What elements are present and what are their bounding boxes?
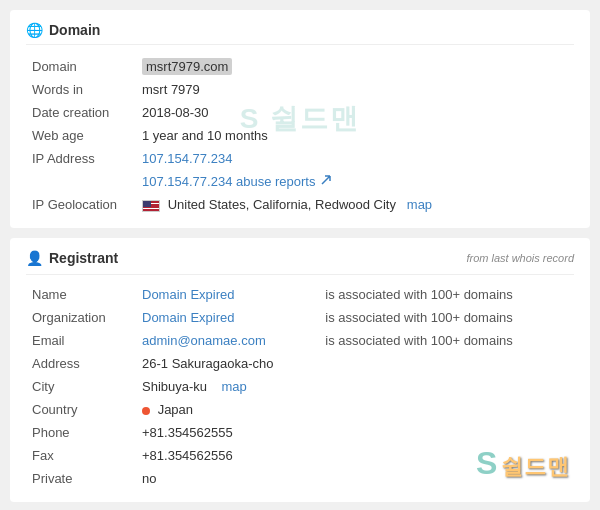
value-phone: +81.354562555 <box>136 421 319 444</box>
label-org: Organization <box>26 306 136 329</box>
value-email: admin@onamae.com <box>136 329 319 352</box>
us-flag-icon <box>142 200 160 212</box>
table-row: Private no <box>26 467 574 490</box>
geo-map-link[interactable]: map <box>407 197 432 212</box>
table-row: Phone +81.354562555 <box>26 421 574 444</box>
external-link-icon <box>321 175 331 185</box>
label-web-age: Web age <box>26 124 136 147</box>
value-web-age: 1 year and 10 months <box>136 124 574 147</box>
globe-icon: 🌐 <box>26 22 43 38</box>
value-org: Domain Expired <box>136 306 319 329</box>
domain-card: 🌐 Domain Domain msrt7979.com Words in ms… <box>10 10 590 228</box>
domain-info-table: Domain msrt7979.com Words in msrt 7979 D… <box>26 55 574 216</box>
domain-card-title: 🌐 Domain <box>26 22 574 45</box>
value-ip-geo: United States, California, Redwood City … <box>136 193 574 216</box>
label-private: Private <box>26 467 136 490</box>
table-row: City Shibuya-ku map <box>26 375 574 398</box>
city-map-link[interactable]: map <box>222 379 247 394</box>
registrant-header: 👤 Registrant from last whois record <box>26 250 574 266</box>
table-row: Email admin@onamae.com is associated wit… <box>26 329 574 352</box>
table-row: Address 26-1 Sakuragaoka-cho <box>26 352 574 375</box>
table-row: Country Japan <box>26 398 574 421</box>
label-domain: Domain <box>26 55 136 78</box>
assoc-name: is associated with 100+ domains <box>319 283 574 306</box>
assoc-email: is associated with 100+ domains <box>319 329 574 352</box>
value-words: msrt 7979 <box>136 78 574 101</box>
table-row: Name Domain Expired is associated with 1… <box>26 283 574 306</box>
person-icon: 👤 <box>26 250 43 266</box>
label-date-creation: Date creation <box>26 101 136 124</box>
table-row: Organization Domain Expired is associate… <box>26 306 574 329</box>
table-row: IP Geolocation United States, California… <box>26 193 574 216</box>
table-row: Domain msrt7979.com <box>26 55 574 78</box>
country-dot-icon <box>142 407 150 415</box>
label-country: Country <box>26 398 136 421</box>
table-row: 107.154.77.234 abuse reports <box>26 170 574 193</box>
label-city: City <box>26 375 136 398</box>
label-words: Words in <box>26 78 136 101</box>
registrant-info-table: Name Domain Expired is associated with 1… <box>26 283 574 490</box>
ip-address-link[interactable]: 107.154.77.234 <box>142 151 232 166</box>
value-abuse: 107.154.77.234 abuse reports <box>136 170 574 193</box>
label-address: Address <box>26 352 136 375</box>
label-name: Name <box>26 283 136 306</box>
assoc-org: is associated with 100+ domains <box>319 306 574 329</box>
table-row: Words in msrt 7979 <box>26 78 574 101</box>
label-email: Email <box>26 329 136 352</box>
value-fax: +81.354562556 <box>136 444 319 467</box>
registrant-card: 👤 Registrant from last whois record Name… <box>10 238 590 502</box>
label-empty <box>26 170 136 193</box>
value-private: no <box>136 467 319 490</box>
from-last-whois: from last whois record <box>466 252 574 264</box>
registrant-card-title: 👤 Registrant <box>26 250 118 266</box>
value-domain: msrt7979.com <box>136 55 574 78</box>
table-row: Date creation 2018-08-30 <box>26 101 574 124</box>
name-link[interactable]: Domain Expired <box>142 287 235 302</box>
value-ip-address: 107.154.77.234 <box>136 147 574 170</box>
value-country: Japan <box>136 398 319 421</box>
email-link[interactable]: admin@onamae.com <box>142 333 266 348</box>
org-link[interactable]: Domain Expired <box>142 310 235 325</box>
label-ip-geo: IP Geolocation <box>26 193 136 216</box>
table-row: Web age 1 year and 10 months <box>26 124 574 147</box>
label-fax: Fax <box>26 444 136 467</box>
label-phone: Phone <box>26 421 136 444</box>
value-name: Domain Expired <box>136 283 319 306</box>
table-row: IP Address 107.154.77.234 <box>26 147 574 170</box>
value-date-creation: 2018-08-30 <box>136 101 574 124</box>
label-ip-address: IP Address <box>26 147 136 170</box>
table-row: Fax +81.354562556 <box>26 444 574 467</box>
value-city: Shibuya-ku map <box>136 375 319 398</box>
abuse-reports-link[interactable]: 107.154.77.234 abuse reports <box>142 174 331 189</box>
value-address: 26-1 Sakuragaoka-cho <box>136 352 319 375</box>
